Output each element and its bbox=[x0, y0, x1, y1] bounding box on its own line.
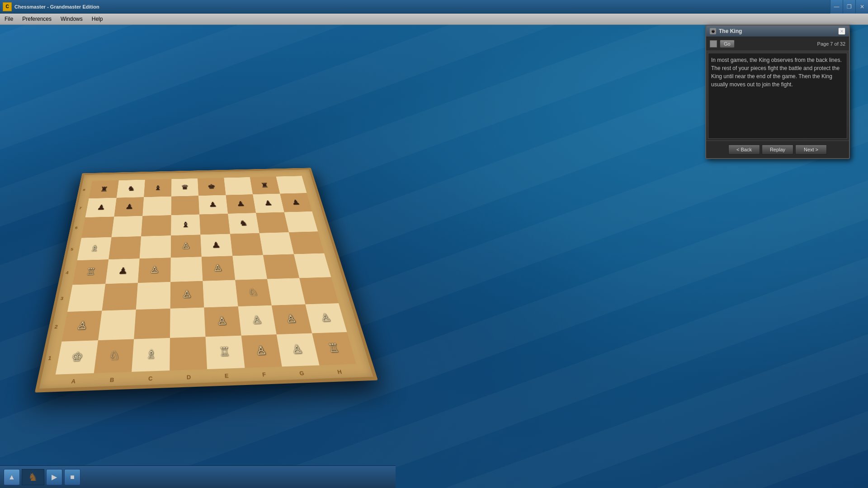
close-button[interactable]: ✕ bbox=[855, 0, 868, 14]
cell-c3[interactable] bbox=[136, 282, 170, 310]
menu-help[interactable]: Help bbox=[87, 14, 108, 24]
cell-f8[interactable] bbox=[224, 177, 253, 195]
cell-b2[interactable] bbox=[98, 310, 136, 340]
menu-windows[interactable]: Windows bbox=[56, 14, 87, 24]
cell-h5[interactable] bbox=[288, 231, 324, 254]
menu-preferences[interactable]: Preferences bbox=[18, 14, 56, 24]
cell-a7[interactable]: ♟ bbox=[85, 198, 117, 217]
piece-c4: ♙ bbox=[138, 258, 170, 283]
cell-h7[interactable]: ♟ bbox=[280, 193, 312, 212]
cell-a2[interactable]: ♙ bbox=[62, 311, 102, 342]
piece-h7: ♟ bbox=[280, 193, 312, 212]
cell-g7[interactable]: ♟ bbox=[253, 194, 284, 213]
cell-h1[interactable]: ♖ bbox=[312, 332, 356, 366]
play-button[interactable]: ▶ bbox=[46, 469, 62, 485]
piece-b1: ♘ bbox=[94, 339, 134, 373]
cell-g3[interactable] bbox=[267, 278, 305, 305]
cell-b7[interactable]: ♟ bbox=[114, 197, 144, 216]
cell-d1[interactable] bbox=[170, 337, 207, 371]
cell-d4[interactable] bbox=[170, 257, 203, 282]
go-checkbox[interactable] bbox=[710, 40, 717, 47]
chess-board-grid: ♜ ♞ ♝ ♛ ♚ ♜ ♟ ♟ bbox=[56, 176, 356, 374]
cell-e2[interactable]: ♙ bbox=[204, 306, 241, 337]
cell-a5[interactable]: ♗ bbox=[77, 237, 112, 260]
cell-e5[interactable]: ♟ bbox=[200, 234, 232, 257]
piece-a4: ♖ bbox=[72, 259, 108, 285]
file-b: B bbox=[109, 376, 114, 383]
minimize-button[interactable]: — bbox=[830, 0, 843, 14]
title-bar: C Chessmaster - Grandmaster Edition — ❐ … bbox=[0, 0, 868, 14]
cell-a4[interactable]: ♖ bbox=[72, 259, 108, 285]
cell-h4[interactable] bbox=[294, 253, 331, 278]
bottom-toolbar: ▲ ♞ ▶ ■ bbox=[0, 465, 396, 488]
cell-e4[interactable]: ♙ bbox=[202, 256, 235, 281]
cell-h3[interactable] bbox=[299, 277, 339, 304]
cell-f5[interactable] bbox=[230, 233, 263, 256]
stop-button[interactable]: ■ bbox=[64, 469, 80, 485]
cell-h8[interactable] bbox=[276, 176, 307, 193]
back-button[interactable]: < Back bbox=[728, 145, 760, 155]
cell-g8[interactable]: ♜ bbox=[250, 177, 280, 194]
cell-d7[interactable] bbox=[171, 196, 199, 215]
cell-b6[interactable] bbox=[111, 216, 142, 237]
cell-b8[interactable]: ♞ bbox=[116, 180, 145, 198]
cell-d2[interactable] bbox=[170, 307, 206, 338]
cell-g5[interactable] bbox=[259, 232, 294, 255]
cell-c5[interactable] bbox=[140, 235, 171, 258]
cell-f7[interactable]: ♟ bbox=[226, 194, 256, 214]
rank-3: 3 bbox=[60, 296, 64, 300]
cell-f2[interactable]: ♙ bbox=[238, 305, 276, 336]
cell-a3[interactable] bbox=[67, 284, 105, 312]
cell-c8[interactable]: ♝ bbox=[144, 179, 171, 197]
cell-c7[interactable] bbox=[142, 197, 171, 216]
cell-f3[interactable]: ♘ bbox=[235, 279, 272, 306]
cell-d8[interactable]: ♛ bbox=[171, 178, 198, 197]
cell-c4[interactable]: ♙ bbox=[138, 258, 170, 283]
next-button[interactable]: Next > bbox=[795, 145, 827, 155]
cell-e7[interactable]: ♟ bbox=[198, 195, 228, 215]
cell-e3[interactable] bbox=[203, 280, 238, 308]
cell-e8[interactable]: ♚ bbox=[198, 178, 226, 196]
piece-d5: ♙ bbox=[170, 235, 201, 258]
piece-d3: ♙ bbox=[170, 281, 204, 309]
cell-b4[interactable]: ♟ bbox=[105, 258, 140, 284]
rank-8: 8 bbox=[83, 188, 85, 192]
replay-button[interactable]: Replay bbox=[762, 145, 793, 155]
rank-5: 5 bbox=[71, 247, 74, 251]
cell-d3[interactable]: ♙ bbox=[170, 281, 204, 309]
cell-d5[interactable]: ♙ bbox=[170, 235, 201, 258]
go-button[interactable]: Go bbox=[720, 40, 735, 48]
cell-f4[interactable] bbox=[232, 255, 267, 280]
scroll-up-button[interactable]: ▲ bbox=[4, 469, 20, 485]
cell-d6[interactable]: ♝ bbox=[171, 214, 200, 235]
cell-h2[interactable]: ♙ bbox=[305, 303, 347, 333]
maximize-button[interactable]: ❐ bbox=[843, 0, 855, 14]
file-g: G bbox=[299, 370, 305, 376]
title-bar-controls: — ❐ ✕ bbox=[830, 0, 868, 14]
cell-g4[interactable] bbox=[263, 254, 299, 279]
cell-b3[interactable] bbox=[102, 283, 138, 311]
cell-e6[interactable] bbox=[199, 214, 230, 235]
cell-h6[interactable] bbox=[284, 211, 318, 232]
cell-c1[interactable]: ♗ bbox=[132, 338, 170, 372]
cell-b1[interactable]: ♘ bbox=[94, 339, 134, 373]
panel-scroll-container: In most games, the King observes from th… bbox=[708, 53, 847, 139]
file-d: D bbox=[187, 374, 191, 380]
cell-e1[interactable]: ♖ bbox=[206, 336, 245, 369]
cell-b5[interactable] bbox=[108, 236, 141, 259]
panel-text-content: In most games, the King observes from th… bbox=[711, 56, 844, 89]
cell-c2[interactable] bbox=[134, 309, 170, 339]
cell-f1[interactable]: ♙ bbox=[241, 334, 282, 368]
piece-a5: ♗ bbox=[77, 237, 112, 260]
panel-close-button[interactable]: × bbox=[838, 28, 845, 35]
piece-f1: ♙ bbox=[241, 334, 282, 368]
cell-f6[interactable]: ♞ bbox=[228, 213, 259, 234]
rank-6: 6 bbox=[75, 226, 78, 230]
piece-e8: ♚ bbox=[198, 178, 226, 196]
cell-c6[interactable] bbox=[141, 215, 171, 236]
cell-a1[interactable]: ♔ bbox=[56, 340, 98, 375]
menu-file[interactable]: File bbox=[0, 14, 18, 24]
cell-a6[interactable] bbox=[81, 216, 114, 238]
cell-g6[interactable] bbox=[256, 212, 288, 233]
cell-a8[interactable]: ♜ bbox=[89, 180, 119, 198]
